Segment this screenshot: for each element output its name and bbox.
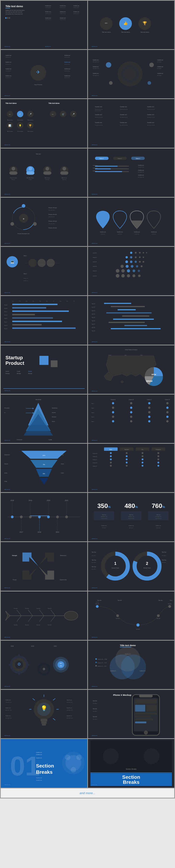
svg-point-357 [148,402,150,404]
svg-point-414 [142,459,144,461]
svg-text:Promotion: Promotion [4,407,9,409]
svg-text:Title Text: Title Text [161,560,166,561]
svg-rect-81 [3,100,84,146]
svg-rect-579 [41,721,47,723]
svg-point-222 [143,252,144,253]
svg-text:Subtitle text: Subtitle text [5,707,11,709]
svg-text:Strategy: Strategy [5,373,10,374]
svg-text:slideshop.com: slideshop.com [91,637,97,638]
svg-rect-475 [3,544,84,589]
svg-text:Subtitle text: Subtitle text [157,73,163,74]
svg-point-633 [71,767,76,773]
svg-point-418 [126,462,128,464]
svg-text:United States of America: United States of America [125,349,137,350]
svg-point-231 [134,261,136,263]
svg-point-373 [148,420,150,422]
svg-text:🎤: 🎤 [72,113,75,116]
svg-text:subtitle text: subtitle text [134,234,139,235]
svg-text:Title text demo: Title text demo [121,31,130,33]
svg-text:Text info: Text info [25,608,29,609]
svg-text:01: 01 [10,751,40,781]
svg-text:Subtitle text: Subtitle text [120,122,127,124]
svg-text:slideshop.com: slideshop.com [91,292,97,293]
svg-text:Fast Process: Fast Process [34,84,42,85]
svg-text:🏆: 🏆 [142,21,147,25]
svg-text:👍: 👍 [123,21,128,25]
svg-text:description text info: description text info [95,117,103,118]
svg-text:Subtitle text line here small : Subtitle text line here small descriptio… [5,10,25,11]
svg-text:Subtitle text: Subtitle text [157,66,163,67]
svg-text:Adm Model: Adm Model [35,399,41,400]
svg-text:Row D: Row D [4,315,7,316]
svg-text:50%: 50% [43,473,45,474]
svg-rect-608 [135,705,145,712]
svg-text:Label 02: Label 02 [93,257,97,258]
svg-point-66 [109,81,112,85]
svg-text:Title text demo: Title text demo [102,31,110,33]
svg-text:Threat: Threat [12,579,17,581]
svg-point-547 [18,654,20,656]
svg-text:Feature E: Feature E [93,465,97,466]
svg-text:Subtitle text: Subtitle text [147,106,154,108]
svg-text:description text info: description text info [147,109,155,110]
svg-rect-300 [108,322,145,323]
svg-text:Audience C: Audience C [125,654,131,655]
svg-text:📊: 📊 [8,124,11,127]
svg-point-374 [166,420,168,422]
svg-text:sub text: sub text [95,602,99,603]
svg-text:description: description [161,562,166,563]
svg-point-363 [112,411,114,413]
svg-text:more text here: more text here [128,518,134,519]
svg-point-63 [124,68,135,80]
svg-text:Process info text: Process info text [49,207,57,209]
svg-point-364 [130,411,132,413]
svg-point-643 [144,748,159,764]
svg-text:Subtitle text: Subtitle text [120,106,127,108]
svg-text:Title text: Title text [36,153,41,154]
svg-point-8 [9,17,10,19]
svg-text:Feature C: Feature C [93,459,97,460]
svg-point-221 [139,252,141,254]
svg-point-369 [148,416,150,418]
svg-point-403 [126,452,128,454]
svg-text:Subtitle text: Subtitle text [117,231,123,232]
svg-text:2021: 2021 [54,645,57,647]
svg-text:Jul: Jul [53,301,54,302]
svg-text:description: description [93,719,97,720]
svg-text:⚙: ⚙ [17,662,21,666]
svg-text:Task 03: Task 03 [91,310,95,311]
svg-text:Subtitle text: Subtitle text [45,5,51,6]
svg-text:Audience C — 50 C: Audience C — 50 C [98,665,106,667]
svg-text:description info: description info [5,710,11,711]
svg-rect-580 [42,724,46,726]
svg-text:2018: 2018 [10,500,14,501]
svg-point-7 [7,17,8,19]
svg-text:Task 01: Task 01 [91,303,95,305]
svg-text:Launch: Launch [5,371,9,372]
svg-point-247 [132,274,135,277]
svg-point-229 [125,260,128,263]
svg-text:slideshop.com: slideshop.com [4,243,10,244]
svg-text:Text Info: Text Info [93,716,97,717]
svg-text:💡: 💡 [41,705,48,712]
svg-text:description: description [93,711,97,712]
svg-rect-297 [106,312,151,313]
svg-text:description here: description here [49,216,55,217]
svg-point-245 [121,274,125,278]
svg-text:Text info: Text info [48,608,51,609]
svg-text:Arlo Mary Storm: Arlo Mary Storm [27,177,34,178]
svg-text:slideshop.com: slideshop.com [4,588,10,589]
svg-rect-284 [91,298,172,343]
svg-point-141 [45,167,49,170]
svg-text:Title text demo: Title text demo [49,103,59,104]
svg-text:Subtitle text: Subtitle text [36,777,42,778]
svg-text:Process description text: Process description text [18,233,30,234]
svg-text:Order: Order [61,472,64,474]
svg-text:description: description [91,555,96,556]
svg-point-135 [11,167,15,170]
svg-point-407 [110,455,112,457]
svg-text:Subtitle text: Subtitle text [65,62,70,63]
svg-text:slideshop.com: slideshop.com [91,46,97,47]
svg-text:description: description [161,555,166,556]
svg-text:small text here: small text here [60,19,66,20]
